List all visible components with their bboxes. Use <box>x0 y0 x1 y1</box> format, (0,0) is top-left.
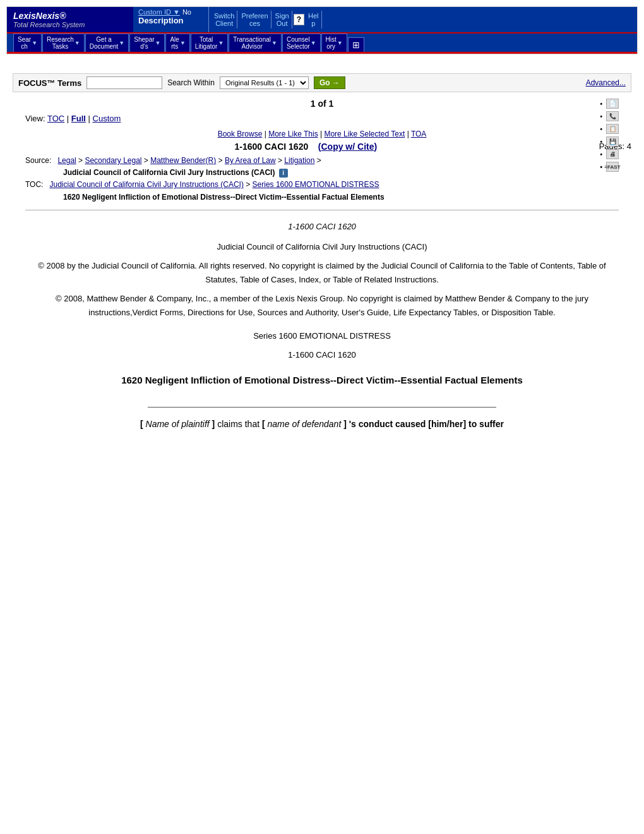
trans-tab-bot: Advisor <box>241 43 262 50</box>
fast-icon-row: ≡FAST <box>600 162 619 172</box>
custom-id-area: Custom ID ▼ No Description <box>133 7 209 32</box>
doc-links-bar: Book Browse | More Like This | More Like… <box>13 130 631 138</box>
page-counter: 1 of 1 📄 📞 📋 💾 🖨 ≡FAST <box>13 99 631 109</box>
main-heading: 1620 Negligent Infliction of Emotional D… <box>44 372 600 389</box>
view-label: View: <box>25 114 45 123</box>
defendant-italic: name of defendant <box>268 419 342 429</box>
save-icon-row: 💾 <box>600 136 619 147</box>
results-select[interactable]: Original Results (1 - 1) <box>220 76 309 89</box>
tab-research-tasks[interactable]: Research Tasks ▼ <box>42 33 85 52</box>
view-toc-link[interactable]: TOC <box>47 114 64 123</box>
tab-history[interactable]: Hist ory ▼ <box>321 33 347 52</box>
logo-text: LexisNexis® <box>13 11 85 21</box>
hist-arrow: ▼ <box>337 40 343 46</box>
source-line: Source: Legal > Secondary Legal > Matthe… <box>25 155 619 167</box>
custom-id-row: Custom ID ▼ No <box>138 8 191 16</box>
trans-tab-top: Transactional <box>233 36 271 43</box>
tab-more[interactable]: ⊞ <box>348 37 364 52</box>
book-browse-link[interactable]: Book Browse <box>218 130 263 138</box>
fast-icon[interactable]: ≡FAST <box>606 162 619 172</box>
secondary-legal-link[interactable]: Secondary Legal <box>85 156 141 165</box>
more-icon: ⊞ <box>352 40 360 50</box>
shep-tab-top: Shepar <box>134 36 154 43</box>
clip-icon[interactable]: 📋 <box>606 124 619 134</box>
tab-total-litigator[interactable]: Total Litigator ▼ <box>191 33 229 52</box>
litig-tab-bot: Litigator <box>195 43 218 50</box>
doc-icon-row: 📄 <box>600 99 619 109</box>
doc-title-row: 1-1600 CACI 1620 (Copy w/ Cite) Pages: 4 <box>13 142 631 152</box>
page-current: 1 <box>311 99 316 109</box>
tab-counsel-selector[interactable]: Counsel Selector ▼ <box>282 33 321 52</box>
litigation-link[interactable]: Litigation <box>284 156 314 165</box>
switch-client-link[interactable]: Switch Client <box>212 11 237 28</box>
search-arrow: ▼ <box>32 40 37 46</box>
tab-search[interactable]: Sear ch ▼ <box>13 33 42 52</box>
more-like-this-link[interactable]: More Like This <box>268 130 318 138</box>
phone-icon[interactable]: 📞 <box>606 111 619 121</box>
getdoc-tab-bot: Document <box>90 43 119 50</box>
clip-icon-row: 📋 <box>600 124 619 134</box>
copyright-line-2: © 2008 by the Judicial Council of Califo… <box>32 259 612 287</box>
tab-shepards[interactable]: Shepar d's ▼ <box>129 33 165 52</box>
legal-link[interactable]: Legal <box>57 156 76 165</box>
tab-alerts[interactable]: Ale rts ▼ <box>165 33 189 52</box>
focus-label: FOCUS™ Terms <box>18 78 81 88</box>
out-label: Out <box>277 20 288 27</box>
preferences-link[interactable]: Preferen ces <box>239 11 271 28</box>
help-link[interactable]: Hel p <box>306 11 322 28</box>
ces-label: ces <box>249 20 260 27</box>
copyright-line-3: © 2008, Matthew Bender & Company, Inc., … <box>32 292 612 320</box>
description-label: Description <box>138 16 184 25</box>
go-button[interactable]: Go → <box>314 76 345 89</box>
alerts-tab-top: Ale <box>170 36 179 43</box>
custom-id-link[interactable]: Custom ID ▼ <box>138 8 180 16</box>
counsel-arrow: ▼ <box>311 40 316 46</box>
toc-bold-line: 1620 Negligent Infliction of Emotional D… <box>63 191 619 203</box>
sep2: | <box>88 114 93 123</box>
top-nav: Switch Client Preferen ces Sign Out ? He… <box>209 7 637 32</box>
plaintiff-italic: Name of plaintiff <box>146 419 210 429</box>
search-tab-bot: ch <box>21 43 28 50</box>
info-icon[interactable]: i <box>279 169 288 178</box>
view-custom-link[interactable]: Custom <box>93 114 121 123</box>
tab-transactional-advisor[interactable]: Transactional Advisor ▼ <box>229 33 282 52</box>
phone-icon-row: 📞 <box>600 111 619 121</box>
print-icon[interactable]: 🖨 <box>606 149 619 159</box>
sep1: | <box>67 114 71 123</box>
bottom-line <box>148 407 496 408</box>
toa-link[interactable]: TOA <box>411 130 426 138</box>
more-like-selected-link[interactable]: More Like Selected Text <box>324 130 405 138</box>
getdoc-tab-top: Get a <box>96 36 111 43</box>
top-bar: LexisNexis® Total Research System Custom… <box>7 7 637 33</box>
p-label: p <box>311 20 315 27</box>
right-icons: 📄 📞 📋 💾 🖨 ≡FAST <box>600 99 619 172</box>
focus-input[interactable] <box>86 76 162 89</box>
litig-arrow: ▼ <box>218 40 224 46</box>
preferen-label: Preferen <box>241 12 268 20</box>
tab-get-document[interactable]: Get a Document ▼ <box>85 33 129 52</box>
hist-tab-bot: ory <box>326 43 335 50</box>
view-links: View: TOC | Full | Custom <box>25 114 631 123</box>
conduct-bold: 's conduct caused [him/her] to suffer <box>349 419 504 429</box>
matthew-bender-link[interactable]: Matthew Bender(R) <box>150 156 216 165</box>
research-tab-bot: Tasks <box>52 43 69 50</box>
copy-cite-link[interactable]: (Copy w/ Cite) <box>318 142 377 152</box>
doc-icon[interactable]: 📄 <box>606 99 619 109</box>
source-toc: Source: Legal > Secondary Legal > Matthe… <box>25 155 619 203</box>
save-icon[interactable]: 💾 <box>606 136 619 147</box>
pages-count: 4 <box>627 142 631 151</box>
question-button[interactable]: ? <box>294 14 304 25</box>
toc-caci-link[interactable]: Judicial Council of California Civil Jur… <box>49 180 243 189</box>
by-area-link[interactable]: By Area of Law <box>225 156 276 165</box>
bracket-end1: ] <box>210 419 215 429</box>
research-arrow: ▼ <box>75 40 80 46</box>
hist-tab-top: Hist <box>326 36 337 43</box>
sign-out-link[interactable]: Sign Out <box>273 11 292 28</box>
source-bold-text: Judicial Council of California Civil Jur… <box>63 168 275 177</box>
copy-cite-label: Copy w/ Cite <box>321 142 374 152</box>
advanced-link[interactable]: Advanced... <box>586 78 626 87</box>
view-full-link[interactable]: Full <box>71 114 86 123</box>
toc-series-link[interactable]: Series 1600 EMOTIONAL DISTRESS <box>253 180 379 189</box>
hel-label: Hel <box>308 12 319 20</box>
client-label: Client <box>215 20 233 27</box>
